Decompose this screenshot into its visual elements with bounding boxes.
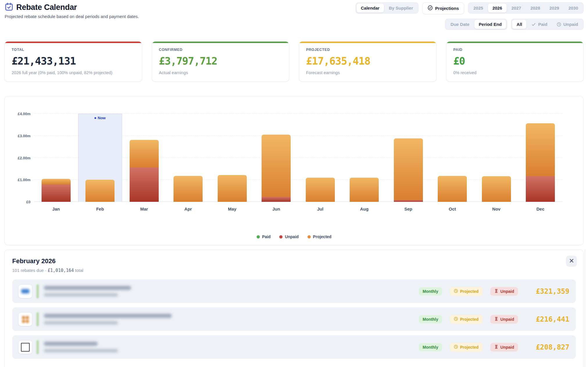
panel-close-button[interactable] <box>566 256 577 267</box>
rebate-row[interactable]: Monthly Projected Unpaid £208,827 <box>12 335 576 359</box>
stacked-bar[interactable] <box>482 176 511 202</box>
rebate-chart: £0£1.00m£2.00m£3.00m£4.00mJanNowFebMarAp… <box>4 96 584 245</box>
clock-icon <box>454 345 458 350</box>
page-title: Rebate Calendar <box>16 3 77 12</box>
bar-segment-projected <box>438 176 467 202</box>
legend-item-paid: Paid <box>257 234 271 239</box>
card-label: PAID <box>453 48 577 52</box>
year-tabs-option-2028[interactable]: 2028 <box>526 3 544 13</box>
clock-icon <box>557 22 561 27</box>
legend-dot <box>279 235 283 238</box>
chart-column-apr[interactable]: Apr <box>166 114 210 202</box>
year-tabs-option-2025[interactable]: 2025 <box>469 3 487 13</box>
frequency-badge: Monthly <box>419 287 442 295</box>
x-axis-label: Nov <box>474 206 519 211</box>
chart-column-jan[interactable]: Jan <box>34 114 78 202</box>
bar-segment-unpaid <box>42 185 71 202</box>
close-icon <box>570 259 573 263</box>
chart-column-jun[interactable]: Jun <box>254 114 299 202</box>
panel-total-amount: £1,010,164 <box>48 268 74 273</box>
status-filter-option-unpaid[interactable]: Unpaid <box>552 20 582 29</box>
date-mode-toggle: Due DatePeriod End <box>445 19 507 30</box>
card-value: £17,635,418 <box>306 55 429 67</box>
stacked-bar[interactable] <box>85 180 115 202</box>
frequency-badge: Monthly <box>419 343 442 351</box>
redacted-supplier-detail <box>44 321 118 325</box>
y-axis-tick: £4.00m <box>7 112 31 116</box>
stacked-bar[interactable] <box>42 179 71 202</box>
frequency-badge: Monthly <box>419 315 442 323</box>
date-mode-toggle-option-period-end[interactable]: Period End <box>474 20 506 29</box>
year-tabs-option-2029[interactable]: 2029 <box>545 3 563 13</box>
stacked-bar[interactable] <box>130 140 159 202</box>
stacked-bar[interactable] <box>526 123 555 202</box>
redacted-supplier-name <box>44 314 172 318</box>
bar-segment-unpaid <box>130 168 159 202</box>
stacked-bar[interactable] <box>174 176 203 202</box>
stacked-bar[interactable] <box>438 176 467 202</box>
card-subtext: Forecast earnings <box>306 70 429 75</box>
status-filter-option-all[interactable]: All <box>512 20 526 29</box>
projected-badge: Projected <box>450 315 482 324</box>
stacked-bar[interactable] <box>350 178 379 202</box>
chart-column-mar[interactable]: Mar <box>122 114 166 202</box>
now-marker-label: Now <box>78 116 122 120</box>
chart-column-sep[interactable]: Sep <box>386 114 430 202</box>
x-axis-label: Dec <box>519 206 563 211</box>
legend-item-unpaid: Unpaid <box>279 234 299 239</box>
bar-segment-projected <box>174 176 203 202</box>
year-tabs-option-2027[interactable]: 2027 <box>507 3 526 13</box>
blurred-blue-logo <box>19 285 32 298</box>
bar-segment-unpaid <box>394 200 423 202</box>
panel-scrollbar[interactable] <box>585 250 585 367</box>
card-subtext: Actual earnings <box>159 70 282 75</box>
year-tabs-option-2026[interactable]: 2026 <box>488 3 506 13</box>
x-axis-label: May <box>210 206 254 211</box>
chart-column-may[interactable]: May <box>210 114 254 202</box>
x-axis-label: Mar <box>122 206 166 211</box>
legend-dot <box>308 235 311 238</box>
status-filter-option-paid[interactable]: Paid <box>527 20 552 29</box>
card-subtext: 2026 full year (0% paid, 100% unpaid, 82… <box>12 70 135 75</box>
chart-column-aug[interactable]: Aug <box>342 114 387 202</box>
chart-column-jul[interactable]: Jul <box>298 114 342 202</box>
chart-column-dec[interactable]: Dec <box>519 114 563 202</box>
chart-legend: PaidUnpaidProjected <box>5 234 583 239</box>
chart-column-nov[interactable]: Nov <box>474 114 519 202</box>
card-value: £0 <box>453 55 577 67</box>
check-icon <box>531 22 536 27</box>
redacted-supplier-detail <box>44 293 118 297</box>
legend-item-projected: Projected <box>308 234 332 239</box>
stacked-bar[interactable] <box>394 138 423 202</box>
rebate-row[interactable]: Monthly Projected Unpaid £321,359 <box>12 279 576 303</box>
view-toggle-option-by-supplier[interactable]: By Supplier <box>385 3 417 13</box>
stacked-bar[interactable] <box>306 178 335 202</box>
redacted-supplier-name <box>44 342 98 346</box>
date-mode-toggle-option-due-date[interactable]: Due Date <box>446 20 474 29</box>
y-axis-tick: £3.00m <box>7 133 31 138</box>
hourglass-icon <box>494 345 498 350</box>
stacked-bar[interactable] <box>218 175 247 202</box>
view-toggle-option-calendar[interactable]: Calendar <box>357 3 384 13</box>
clock-icon <box>454 317 458 322</box>
projections-button[interactable]: Projections <box>422 2 464 14</box>
card-label: PROJECTED <box>306 48 429 52</box>
chart-column-feb[interactable]: NowFeb <box>78 114 122 202</box>
y-axis-tick: £0 <box>7 200 31 204</box>
rebate-row[interactable]: Monthly Projected Unpaid £216,441 <box>12 307 576 331</box>
x-axis-label: Apr <box>166 206 210 211</box>
panel-subtitle: 101 rebates due · £1,010,164 total <box>12 268 576 273</box>
blurred-orange-dots-logo <box>19 313 32 326</box>
unpaid-badge: Unpaid <box>490 287 518 296</box>
year-tabs-option-2030[interactable]: 2030 <box>564 3 582 13</box>
x-axis-label: Sep <box>386 206 430 211</box>
card-label: CONFIRMED <box>159 48 282 52</box>
x-axis-label: Feb <box>78 206 122 211</box>
projected-badge: Projected <box>450 287 482 296</box>
row-accent-bar <box>36 284 39 298</box>
stacked-bar[interactable] <box>262 135 291 202</box>
chart-column-oct[interactable]: Oct <box>430 114 475 202</box>
stat-card-confirmed: CONFIRMED £3,797,712 Actual earnings <box>152 41 289 82</box>
bar-segment-unpaid <box>262 197 291 202</box>
bar-segment-projected <box>350 178 379 202</box>
